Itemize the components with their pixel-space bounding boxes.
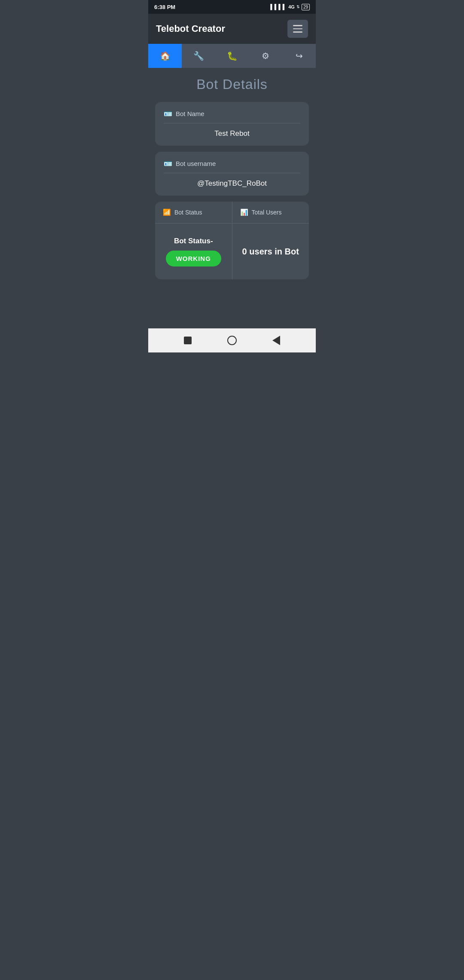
- battery-indicator: 29: [302, 4, 310, 10]
- split-card-body: Bot Status- WORKING 0 users in Bot: [155, 224, 309, 279]
- bot-name-value: Test Rebot: [164, 129, 300, 138]
- status-time: 6:38 PM: [154, 4, 175, 10]
- chart-icon: 📊: [240, 208, 248, 216]
- tab-settings[interactable]: ⚙: [249, 44, 282, 68]
- tab-home[interactable]: 🏠: [148, 44, 182, 68]
- tools-icon: 🔧: [193, 51, 204, 61]
- signal-icon: ▌▌▌▌: [270, 4, 287, 10]
- network-icon: 4G: [288, 4, 295, 9]
- app-title: Telebot Creator: [156, 23, 225, 34]
- bottom-nav: [148, 328, 316, 352]
- working-badge: WORKING: [166, 251, 221, 266]
- menu-bar-3: [293, 31, 302, 33]
- id-card-icon-username: 🪪: [164, 159, 172, 168]
- back-button[interactable]: [268, 332, 285, 349]
- id-card-icon-name: 🪪: [164, 110, 172, 118]
- bot-status-header: 📶 Bot Status: [155, 202, 232, 223]
- network-arrows: ⇅: [296, 5, 300, 9]
- tab-tools[interactable]: 🔧: [182, 44, 215, 68]
- app-header: Telebot Creator: [148, 14, 316, 44]
- home-icon: 🏠: [160, 51, 171, 61]
- wifi-icon: 📶: [163, 208, 171, 216]
- menu-button[interactable]: [287, 20, 308, 38]
- total-users-header: 📊 Total Users: [232, 202, 309, 223]
- split-card-header: 📶 Bot Status 📊 Total Users: [155, 202, 309, 224]
- back-arrow-icon: [272, 336, 280, 345]
- total-users-body: 0 users in Bot: [232, 224, 309, 279]
- main-content: Bot Details 🪪 Bot Name Test Rebot 🪪 Bot …: [148, 68, 316, 328]
- tab-debug[interactable]: 🐛: [215, 44, 249, 68]
- status-icons: ▌▌▌▌ 4G ⇅ 29: [270, 4, 310, 10]
- bot-status-body: Bot Status- WORKING: [155, 224, 232, 279]
- bot-username-value: @TestingTBC_RoBot: [164, 179, 300, 188]
- circle-icon: [227, 336, 237, 345]
- stop-button[interactable]: [179, 332, 196, 349]
- menu-bar-1: [293, 25, 302, 26]
- gear-icon: ⚙: [262, 51, 269, 61]
- bot-username-label: 🪪 Bot username: [164, 159, 300, 173]
- bot-name-card: 🪪 Bot Name Test Rebot: [155, 102, 309, 146]
- menu-bar-2: [293, 28, 302, 30]
- export-icon: ↪: [296, 51, 303, 61]
- bot-status-card: 📶 Bot Status 📊 Total Users Bot Status- W…: [155, 202, 309, 279]
- nav-tabs: 🏠 🔧 🐛 ⚙ ↪: [148, 44, 316, 68]
- bot-name-label: 🪪 Bot Name: [164, 110, 300, 123]
- debug-icon: 🐛: [227, 51, 238, 61]
- tab-export[interactable]: ↪: [282, 44, 316, 68]
- users-count-text: 0 users in Bot: [242, 247, 299, 257]
- bot-status-label: Bot Status-: [174, 237, 213, 245]
- status-bar: 6:38 PM ▌▌▌▌ 4G ⇅ 29: [148, 0, 316, 14]
- page-title: Bot Details: [155, 77, 309, 92]
- home-button[interactable]: [223, 332, 241, 349]
- stop-icon: [184, 337, 192, 344]
- bot-username-card: 🪪 Bot username @TestingTBC_RoBot: [155, 152, 309, 196]
